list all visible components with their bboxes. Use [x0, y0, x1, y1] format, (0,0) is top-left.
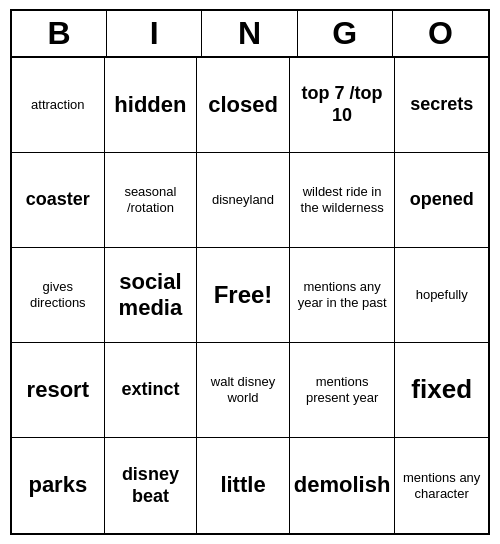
bingo-cell: mentions present year — [290, 343, 396, 438]
bingo-cell: hidden — [105, 58, 198, 153]
bingo-cell: disney beat — [105, 438, 198, 533]
bingo-cell: walt disney world — [197, 343, 290, 438]
bingo-cell: secrets — [395, 58, 488, 153]
header-letter: I — [107, 11, 202, 56]
bingo-grid: attractionhiddenclosedtop 7 /top 10secre… — [12, 58, 488, 533]
bingo-cell: extinct — [105, 343, 198, 438]
bingo-cell: resort — [12, 343, 105, 438]
bingo-cell: parks — [12, 438, 105, 533]
bingo-cell: mentions any character — [395, 438, 488, 533]
bingo-header: BINGO — [12, 11, 488, 58]
bingo-cell: little — [197, 438, 290, 533]
bingo-cell: attraction — [12, 58, 105, 153]
bingo-cell: fixed — [395, 343, 488, 438]
bingo-cell: disneyland — [197, 153, 290, 248]
bingo-cell: seasonal /rotation — [105, 153, 198, 248]
bingo-cell: top 7 /top 10 — [290, 58, 396, 153]
bingo-cell: coaster — [12, 153, 105, 248]
header-letter: B — [12, 11, 107, 56]
bingo-cell: gives directions — [12, 248, 105, 343]
bingo-cell: opened — [395, 153, 488, 248]
bingo-cell: closed — [197, 58, 290, 153]
bingo-cell: Free! — [197, 248, 290, 343]
header-letter: G — [298, 11, 393, 56]
bingo-cell: wildest ride in the wilderness — [290, 153, 396, 248]
bingo-cell: mentions any year in the past — [290, 248, 396, 343]
header-letter: O — [393, 11, 488, 56]
bingo-cell: hopefully — [395, 248, 488, 343]
bingo-cell: demolish — [290, 438, 396, 533]
bingo-cell: social media — [105, 248, 198, 343]
header-letter: N — [202, 11, 297, 56]
bingo-card: BINGO attractionhiddenclosedtop 7 /top 1… — [10, 9, 490, 535]
